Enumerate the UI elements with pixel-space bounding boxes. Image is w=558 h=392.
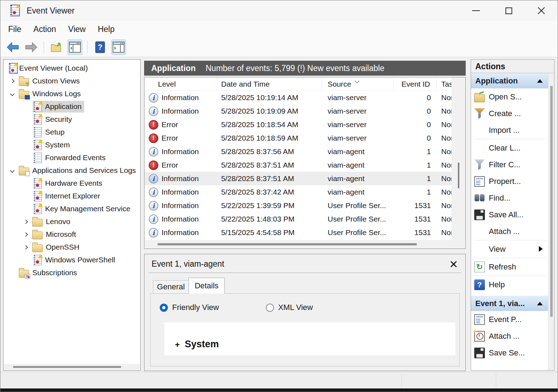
help-button[interactable]: ? — [93, 39, 108, 55]
chevron-right-icon[interactable] — [23, 219, 28, 224]
tree-item-label: Applications and Services Logs — [32, 166, 136, 175]
back-icon — [7, 42, 19, 53]
actions-vertical-scrollbar[interactable] — [548, 73, 554, 370]
show-console-tree-button[interactable] — [67, 39, 82, 55]
table-row[interactable]: iInformation 5/28/2025 8:37:56 AM viam-a… — [144, 145, 458, 158]
action-event-properties[interactable]: Event P... — [471, 311, 548, 328]
chevron-down-icon[interactable] — [10, 92, 15, 96]
chevron-down-icon[interactable] — [10, 168, 15, 173]
table-row[interactable]: !Error 5/28/2025 10:18:59 AM viam-server… — [144, 131, 458, 145]
error-dot-icon — [36, 209, 39, 212]
maximize-button[interactable] — [492, 0, 525, 21]
scrollbar-thumb[interactable] — [550, 86, 553, 317]
table-row-selected[interactable]: iInformation 5/28/2025 8:37:51 AM viam-a… — [144, 172, 458, 185]
star-icon — [473, 330, 476, 333]
action-open-saved-log[interactable]: Open S... — [471, 88, 548, 105]
scrollbar-thumb[interactable] — [13, 366, 121, 368]
tree-item-applications-and-services-logs[interactable]: Applications and Services Logs — [4, 164, 140, 177]
list-vertical-scrollbar[interactable] — [452, 77, 465, 240]
tree-item-key-management-service[interactable]: Key Management Service — [4, 202, 140, 215]
chevron-right-icon[interactable] — [23, 232, 28, 237]
chevron-right-icon[interactable] — [23, 245, 28, 250]
tree-item-setup[interactable]: Setup — [4, 126, 140, 138]
actions-separator — [474, 240, 546, 240]
tree-item-label: Application — [45, 102, 82, 111]
column-header-level[interactable]: Level — [144, 77, 217, 91]
actions-section-event[interactable]: Event 1, via... — [471, 296, 548, 311]
action-view[interactable]: View — [471, 241, 548, 257]
system-node-label[interactable]: System — [185, 339, 219, 350]
log-title: Application — [151, 64, 196, 73]
folder-icon — [32, 244, 43, 252]
actions-section-application[interactable]: Application — [471, 73, 548, 88]
tree-horizontal-scrollbar[interactable] — [4, 364, 140, 370]
minimize-button[interactable] — [460, 0, 492, 21]
tree-item-system[interactable]: System — [4, 138, 140, 151]
show-action-pane-button[interactable] — [111, 39, 126, 55]
log-alert-icon — [34, 255, 42, 265]
action-help[interactable]: ? Help — [471, 276, 548, 293]
action-find[interactable]: Find... — [471, 190, 548, 206]
tree-item-custom-views[interactable]: Custom Views — [4, 75, 140, 87]
tree-item-microsoft[interactable]: Microsoft — [4, 228, 140, 241]
action-attach-task-to-event[interactable]: Attach ... — [471, 328, 548, 344]
menu-help[interactable]: Help — [98, 24, 114, 34]
xml-view-radio[interactable] — [266, 304, 274, 312]
menu-file[interactable]: File — [8, 24, 21, 34]
tree-item-openssh[interactable]: OpenSSH — [4, 241, 140, 254]
tree-item-windows-logs[interactable]: Windows Logs — [4, 87, 140, 100]
action-save-selected-events[interactable]: Save Se... — [471, 344, 548, 361]
table-row[interactable]: iInformation 5/22/2025 1:39:59 PM User P… — [144, 199, 458, 212]
list-horizontal-scrollbar[interactable] — [145, 240, 465, 249]
tab-details[interactable]: Details — [188, 278, 225, 294]
tab-general[interactable]: General — [153, 280, 188, 294]
table-row[interactable]: !Error 5/28/2025 10:18:54 AM viam-server… — [144, 118, 458, 131]
tree-item-lenovo[interactable]: Lenovo — [4, 215, 140, 228]
action-clear-log[interactable]: Clear L... — [471, 140, 548, 156]
export-button[interactable] — [49, 39, 64, 55]
expand-node-icon[interactable]: + — [175, 340, 180, 350]
actions-list: Application Open S... Create ... Import … — [471, 73, 548, 361]
tree-item-windows-powershell[interactable]: Windows PowerShell — [4, 254, 140, 266]
tree-item-subscriptions[interactable]: Subscriptions — [4, 266, 140, 279]
friendly-view-radio[interactable] — [160, 304, 168, 312]
action-create-custom-view[interactable]: Create ... — [471, 105, 548, 122]
column-header-event-id[interactable]: Event ID — [394, 77, 437, 91]
tree-item-event-viewer-local[interactable]: Event Viewer (Local) — [4, 62, 140, 75]
action-import-custom-view[interactable]: Import ... — [471, 122, 548, 138]
table-row[interactable]: iInformation 5/28/2025 10:19:09 AM viam-… — [144, 104, 458, 118]
tree-item-security[interactable]: Security — [4, 113, 140, 126]
column-header-date[interactable]: Date and Time — [217, 77, 322, 91]
information-icon: i — [149, 201, 158, 211]
table-row[interactable]: iInformation 5/28/2025 10:19:14 AM viam-… — [144, 91, 458, 104]
scrollbar-thumb[interactable] — [458, 163, 459, 188]
friendly-view-label[interactable]: Friendly View — [172, 303, 219, 312]
action-filter-current-log[interactable]: Filter C... — [471, 156, 548, 173]
forward-button[interactable] — [24, 39, 39, 55]
xml-view-label[interactable]: XML View — [278, 303, 313, 312]
collapse-section-icon[interactable] — [537, 79, 543, 83]
collapse-section-icon[interactable] — [537, 302, 543, 305]
table-row[interactable]: iInformation 5/22/2025 1:48:03 PM User P… — [144, 212, 458, 226]
menu-action[interactable]: Action — [33, 24, 56, 34]
close-button[interactable] — [525, 0, 558, 21]
table-row[interactable]: iInformation 5/15/2025 4:54:58 PM User P… — [144, 226, 458, 239]
back-button[interactable] — [5, 39, 20, 55]
table-row[interactable]: !Error 5/28/2025 8:37:51 AM viam-agent 1… — [144, 158, 458, 172]
action-properties[interactable]: Propert... — [471, 173, 548, 190]
table-row[interactable]: iInformation 5/28/2025 8:37:42 AM viam-a… — [144, 185, 458, 199]
tree-item-application[interactable]: Application — [4, 100, 140, 113]
warning-triangle-icon — [38, 101, 43, 105]
action-save-all-events[interactable]: Save All... — [471, 206, 548, 223]
menu-view[interactable]: View — [68, 24, 86, 34]
tree-item-hardware-events[interactable]: Hardware Events — [4, 177, 140, 190]
action-refresh[interactable]: ↻ Refresh — [471, 258, 548, 275]
tree-item-internet-explorer[interactable]: Internet Explorer — [4, 190, 140, 202]
chevron-right-icon[interactable] — [10, 79, 15, 83]
tree-item-label: Hardware Events — [45, 179, 102, 187]
scrollbar-thumb[interactable] — [158, 243, 417, 245]
detail-close-button[interactable] — [450, 261, 458, 268]
tree-item-forwarded-events[interactable]: Forwarded Events — [4, 151, 140, 164]
action-attach-task[interactable]: Attach ... — [471, 223, 548, 240]
error-dot-icon — [36, 196, 39, 200]
